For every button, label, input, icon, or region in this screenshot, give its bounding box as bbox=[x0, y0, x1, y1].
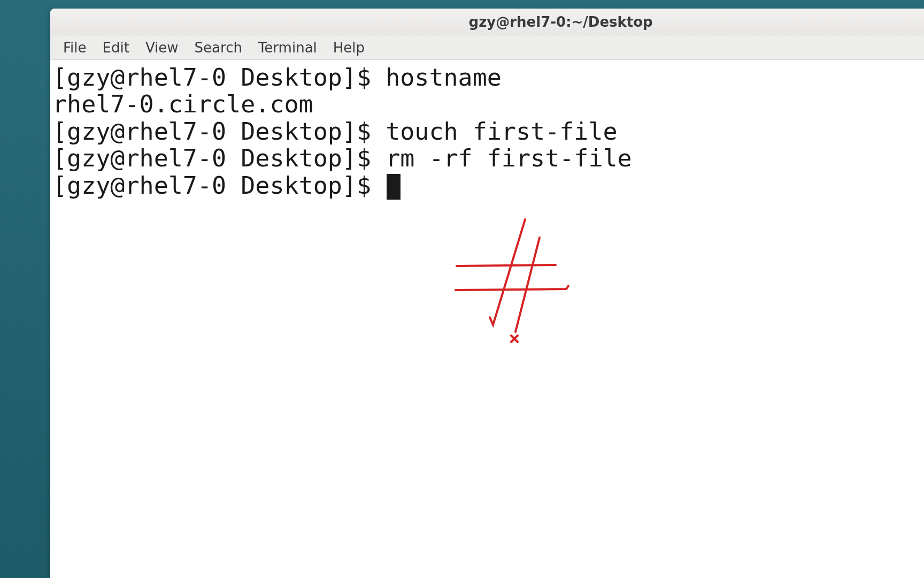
menubar: File Edit View Search Terminal Help bbox=[50, 35, 924, 60]
terminal-line: [gzy@rhel7-0 Desktop]$ rm -rf first-file bbox=[52, 145, 922, 172]
menu-view[interactable]: View bbox=[138, 37, 186, 58]
menu-edit[interactable]: Edit bbox=[95, 37, 137, 58]
terminal-viewport[interactable]: [gzy@rhel7-0 Desktop]$ hostname rhel7-0.… bbox=[50, 60, 924, 578]
terminal-line: [gzy@rhel7-0 Desktop]$ touch first-file bbox=[52, 118, 922, 145]
menu-search[interactable]: Search bbox=[187, 37, 250, 58]
terminal-line: rhel7-0.circle.com bbox=[52, 91, 922, 118]
menu-terminal[interactable]: Terminal bbox=[251, 37, 325, 58]
menu-file[interactable]: File bbox=[56, 37, 94, 58]
prompt: [gzy@rhel7-0 Desktop]$ bbox=[52, 63, 386, 92]
cursor-icon bbox=[387, 174, 401, 200]
command: rm -rf first-file bbox=[386, 144, 632, 172]
terminal-window: gzy@rhel7-0:~/Desktop File Edit View Sea… bbox=[50, 9, 924, 578]
prompt: [gzy@rhel7-0 Desktop]$ bbox=[52, 144, 386, 172]
command: hostname bbox=[386, 63, 502, 92]
window-title: gzy@rhel7-0:~/Desktop bbox=[469, 14, 653, 30]
hash-annotation-icon bbox=[446, 215, 585, 354]
prompt: [gzy@rhel7-0 Desktop]$ bbox=[52, 171, 386, 200]
prompt: [gzy@rhel7-0 Desktop]$ bbox=[52, 117, 386, 146]
command: touch first-file bbox=[386, 117, 617, 146]
titlebar[interactable]: gzy@rhel7-0:~/Desktop bbox=[50, 9, 924, 35]
terminal-line: [gzy@rhel7-0 Desktop]$ hostname bbox=[52, 64, 922, 91]
output: rhel7-0.circle.com bbox=[52, 90, 313, 118]
menu-help[interactable]: Help bbox=[326, 37, 372, 58]
terminal-line: [gzy@rhel7-0 Desktop]$ bbox=[52, 172, 922, 200]
